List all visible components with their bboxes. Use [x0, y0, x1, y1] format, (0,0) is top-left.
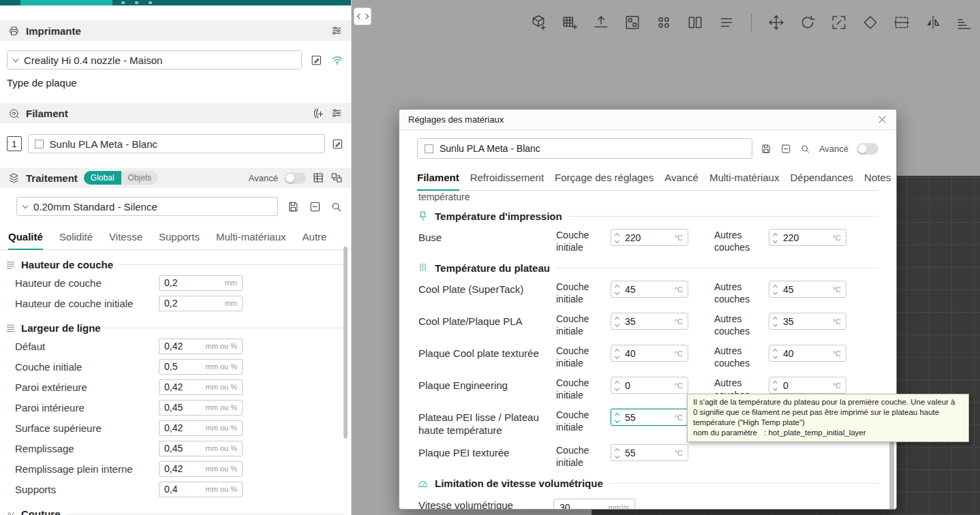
tab-advanced[interactable]: Avancé: [664, 169, 699, 190]
line-width-inner-wall-input[interactable]: 0,45 mm ou %: [159, 400, 243, 416]
active-window-tab[interactable]: [20, 0, 112, 5]
close-icon[interactable]: [877, 114, 887, 125]
line-width-default-input[interactable]: 0,42 mm ou %: [159, 339, 243, 354]
spinner-arrows[interactable]: [774, 381, 777, 390]
filament-name-field[interactable]: Sunlu PLA Meta - Blanc: [417, 138, 752, 159]
printer-settings-icon[interactable]: [331, 25, 343, 37]
scope-objects[interactable]: Objets: [121, 171, 159, 185]
line-width-outer-wall-input[interactable]: 0,42 mm ou %: [159, 379, 243, 395]
tab-strip-icon[interactable]: [149, 1, 152, 4]
split-to-objects-icon[interactable]: [685, 12, 705, 33]
spinner-arrows[interactable]: [615, 285, 619, 294]
cut-icon[interactable]: [891, 12, 912, 33]
initial-layer-height-input[interactable]: 0,2 mm: [159, 296, 243, 311]
textured-cool-plate-first-input[interactable]: 40 °C: [611, 345, 688, 362]
printer-section-header: Imprimante: [0, 20, 351, 41]
line-width-support-input[interactable]: 0,4 mm ou %: [159, 482, 243, 497]
tab-supports[interactable]: Supports: [159, 227, 200, 249]
spinner-arrows[interactable]: [774, 233, 777, 243]
variable-layer-height-icon[interactable]: [954, 12, 975, 33]
line-width-section-header: Largeur de ligne: [5, 322, 344, 334]
filament-settings-icon[interactable]: [331, 107, 343, 119]
save-filament-icon[interactable]: [761, 142, 771, 155]
textured-pei-plate-first-input[interactable]: 55 °C: [611, 444, 688, 461]
scope-switch[interactable]: Global Objets: [84, 171, 158, 185]
tab-other[interactable]: Autre: [303, 227, 327, 249]
delete-preset-icon[interactable]: [309, 200, 322, 213]
line-width-infill-input[interactable]: 0,45 mm ou %: [159, 441, 243, 456]
transfer-settings-icon[interactable]: [331, 172, 343, 184]
spinner-arrows[interactable]: [774, 285, 777, 294]
setting-label: Buse: [418, 229, 556, 244]
line-width-first-layer-input[interactable]: 0,5 mm ou %: [159, 359, 243, 375]
advanced-toggle[interactable]: [284, 172, 306, 184]
printer-preset-dropdown[interactable]: Creality Hi 0.4 nozzle - Maison: [7, 50, 302, 69]
cool-plate-pla-first-input[interactable]: 35 °C: [611, 313, 688, 330]
spinner-arrows[interactable]: [615, 349, 619, 358]
tab-notes[interactable]: Notes: [864, 169, 891, 190]
delete-filament-icon[interactable]: [780, 142, 791, 155]
volumetric-speed-input[interactable]: 30 mm³/s: [553, 499, 635, 510]
auto-orient-icon[interactable]: [591, 12, 611, 33]
textured-cool-plate-other-input[interactable]: 40 °C: [769, 345, 846, 362]
nozzle-temp-first-input[interactable]: 220 °C: [611, 229, 688, 246]
filament-color-swatch: [35, 140, 44, 149]
add-filament-icon[interactable]: [311, 107, 324, 120]
filament-section-title: Filament: [26, 108, 68, 119]
filament-index-badge[interactable]: 1: [7, 136, 22, 151]
line-width-solid-infill-input[interactable]: 0,42 mm ou %: [159, 461, 243, 477]
spinner-arrows[interactable]: [615, 448, 619, 458]
tab-dependencies[interactable]: Dépendances: [790, 169, 853, 190]
cool-plate-supertack-first-input[interactable]: 45 °C: [611, 281, 688, 298]
tab-filament[interactable]: Filament: [417, 169, 459, 191]
spinner-arrows[interactable]: [774, 317, 777, 326]
mirror-icon[interactable]: [923, 12, 943, 33]
tab-strength[interactable]: Solidité: [59, 227, 93, 249]
move-icon[interactable]: [766, 12, 786, 33]
spinner-arrows[interactable]: [615, 233, 619, 243]
tab-speed[interactable]: Vitesse: [109, 227, 142, 249]
line-width-top-surface-input[interactable]: 0,42 mm ou %: [159, 420, 243, 436]
edit-filament-icon[interactable]: [331, 138, 344, 151]
scope-global[interactable]: Global: [84, 171, 121, 185]
layer-height-input[interactable]: 0,2 mm: [159, 275, 243, 291]
tab-multimaterial[interactable]: Multi-matériaux: [216, 227, 286, 249]
engineering-plate-other-input[interactable]: 0 °C: [769, 377, 846, 394]
save-preset-icon[interactable]: [287, 200, 300, 213]
filament-preset-dropdown[interactable]: Sunlu PLA Meta - Blanc: [28, 134, 326, 153]
add-plate-icon[interactable]: [560, 12, 580, 33]
edit-printer-icon[interactable]: [310, 54, 323, 67]
tab-strip-icon[interactable]: [121, 1, 125, 4]
rotate-icon[interactable]: [797, 12, 818, 33]
nozzle-temp-other-input[interactable]: 220 °C: [769, 229, 846, 246]
spinner-arrows[interactable]: [774, 349, 777, 358]
volumetric-section-header: Limitation de vitesse volumétrique: [417, 478, 878, 489]
object-list-icon[interactable]: [716, 12, 737, 33]
engineering-plate-first-input[interactable]: 0 °C: [611, 377, 688, 394]
spinner-arrows[interactable]: [615, 413, 619, 422]
scale-icon[interactable]: [829, 12, 849, 33]
tab-multimaterial[interactable]: Multi-matériaux: [709, 169, 780, 190]
tab-cooling[interactable]: Refroidissement: [470, 169, 544, 190]
search-filament-icon[interactable]: [799, 142, 810, 155]
process-preset-dropdown[interactable]: 0.20mm Standard - Silence: [16, 197, 278, 216]
arrange-icon[interactable]: [622, 12, 643, 33]
wifi-icon[interactable]: [331, 53, 344, 67]
dialog-advanced-toggle[interactable]: [857, 143, 878, 155]
add-object-icon[interactable]: [528, 12, 549, 33]
high-temp-plate-first-input[interactable]: 55 °C: [611, 409, 688, 426]
tab-setting-overrides[interactable]: Forçage des réglages: [555, 169, 654, 190]
tab-strip-icon[interactable]: [135, 1, 138, 4]
spinner-arrows[interactable]: [615, 317, 619, 326]
clone-icon[interactable]: [654, 12, 674, 33]
search-settings-icon[interactable]: [330, 200, 343, 213]
tab-quality[interactable]: Qualité: [8, 227, 43, 250]
lay-flat-icon[interactable]: [860, 12, 881, 33]
sidebar-collapse-button[interactable]: [354, 7, 371, 25]
cool-plate-supertack-other-input[interactable]: 45 °C: [769, 281, 846, 298]
cool-plate-pla-other-input[interactable]: 35 °C: [769, 313, 846, 330]
setting-value: 0,4: [164, 484, 177, 495]
param-table-icon[interactable]: [312, 172, 324, 184]
spinner-arrows[interactable]: [615, 381, 619, 390]
panel-scrollbar-thumb[interactable]: [343, 247, 348, 439]
